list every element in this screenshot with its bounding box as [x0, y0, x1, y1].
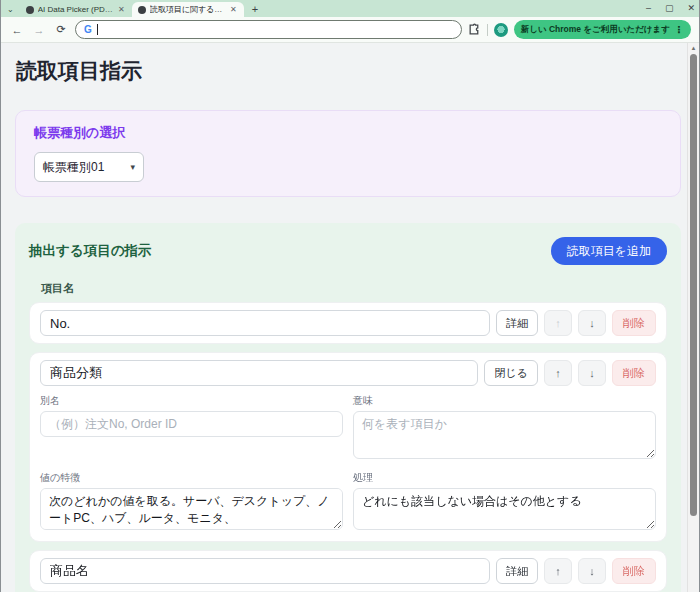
forward-icon[interactable]: → — [31, 24, 47, 36]
page-content: 読取項目指示 帳票種別の選択 帳票種別01 ▾ 抽出する項目の指示 読取項目を追… — [1, 43, 699, 592]
tab-search-chevron-icon[interactable]: ⌄ — [5, 5, 20, 17]
item-row: 詳細 ↑ ↓ 削除 — [40, 558, 656, 584]
close-window-button[interactable]: ✕ — [687, 4, 695, 13]
tab-strip: ⌄ AI Data Picker (PDF/画像プレビ ✕ 読取項目に関する指示… — [1, 0, 699, 17]
text-caret — [97, 24, 98, 35]
tab-close-icon[interactable]: ✕ — [229, 5, 238, 14]
browser-window: ⌄ AI Data Picker (PDF/画像プレビ ✕ 読取項目に関する指示… — [0, 0, 700, 592]
extraction-section-header: 抽出する項目の指示 読取項目を追加 — [29, 237, 667, 265]
extraction-heading: 抽出する項目の指示 — [29, 242, 151, 260]
toolbar-right-tools: 新しい Chrome をご利用いただけます ⋮ — [468, 20, 691, 39]
move-up-button[interactable]: ↑ — [544, 558, 572, 584]
form-type-select[interactable]: 帳票種別01 ▾ — [34, 152, 144, 182]
tab-title: 読取項目に関する指示 — [150, 4, 225, 15]
move-down-button[interactable]: ↓ — [578, 558, 606, 584]
delete-button[interactable]: 削除 — [612, 360, 656, 386]
maximize-button[interactable]: ▢ — [665, 4, 674, 13]
minimize-button[interactable]: – — [646, 4, 651, 13]
browser-toolbar: ← → ⟳ G 新しい Chrome をご利用いただけます ⋮ — [1, 17, 699, 43]
move-up-button[interactable]: ↑ — [544, 310, 572, 336]
tab-close-icon[interactable]: ✕ — [117, 5, 126, 14]
item-name-input[interactable] — [40, 310, 490, 336]
alias-field-group: 別名 — [40, 394, 343, 463]
address-bar[interactable]: G — [75, 20, 462, 39]
alias-label: 別名 — [40, 394, 343, 408]
back-icon[interactable]: ← — [9, 24, 25, 36]
item-name-input[interactable] — [40, 360, 478, 386]
tab-favicon-icon — [138, 6, 146, 14]
details-button[interactable]: 詳細 — [496, 558, 538, 584]
meaning-textarea[interactable] — [353, 411, 656, 459]
toolbar-divider — [487, 24, 488, 36]
google-logo-icon: G — [84, 25, 92, 35]
tab-ai-data-picker[interactable]: AI Data Picker (PDF/画像プレビ ✕ — [20, 2, 132, 17]
item-card-product-category: 閉じる ↑ ↓ 削除 別名 意味 値の特徴 次 — [29, 352, 667, 542]
tab-title: AI Data Picker (PDF/画像プレビ — [38, 4, 113, 15]
delete-button[interactable]: 削除 — [612, 558, 656, 584]
move-down-button[interactable]: ↓ — [578, 360, 606, 386]
scrollbar-thumb[interactable] — [690, 54, 697, 516]
item-row: 閉じる ↑ ↓ 削除 — [40, 360, 656, 386]
form-type-select-value: 帳票種別01 — [43, 159, 104, 176]
page-scrollbar[interactable]: ▲ — [687, 43, 699, 592]
processing-field-group: 処理 どれにも該当しない場合はその他とする — [353, 471, 656, 534]
form-type-section: 帳票種別の選択 帳票種別01 ▾ — [15, 110, 681, 197]
scrollbar-up-arrow-icon[interactable]: ▲ — [688, 43, 699, 53]
delete-button[interactable]: 削除 — [612, 310, 656, 336]
item-name-column-label: 項目名 — [41, 281, 667, 296]
item-row: 詳細 ↑ ↓ 削除 — [40, 310, 656, 336]
value-trait-textarea[interactable]: 次のどれかの値を取る。サーバ、デスクトップ、ノートPC、ハブ、ルータ、モニタ、 — [40, 488, 343, 530]
extensions-icon[interactable] — [468, 23, 481, 36]
details-button[interactable]: 詳細 — [496, 310, 538, 336]
chevron-down-icon: ▾ — [130, 162, 135, 172]
item-name-input[interactable] — [40, 558, 490, 584]
profile-avatar[interactable] — [494, 23, 508, 37]
chrome-update-chip[interactable]: 新しい Chrome をご利用いただけます ⋮ — [514, 20, 691, 39]
extraction-items-section: 抽出する項目の指示 読取項目を追加 項目名 詳細 ↑ ↓ 削除 閉じる — [15, 223, 681, 592]
value-trait-field-group: 値の特徴 次のどれかの値を取る。サーバ、デスクトップ、ノートPC、ハブ、ルータ、… — [40, 471, 343, 534]
value-trait-label: 値の特徴 — [40, 471, 343, 485]
add-item-button[interactable]: 読取項目を追加 — [551, 237, 667, 265]
move-up-button[interactable]: ↑ — [544, 360, 572, 386]
processing-textarea[interactable]: どれにも該当しない場合はその他とする — [353, 488, 656, 530]
tab-favicon-icon — [26, 6, 34, 14]
alias-input[interactable] — [40, 411, 343, 437]
page-title: 読取項目指示 — [16, 58, 687, 84]
processing-label: 処理 — [353, 471, 656, 485]
item-card-product-name: 詳細 ↑ ↓ 削除 — [29, 550, 667, 592]
browser-menu-icon[interactable]: ⋮ — [674, 24, 684, 35]
move-down-button[interactable]: ↓ — [578, 310, 606, 336]
item-details-panel: 別名 意味 値の特徴 次のどれかの値を取る。サーバ、デスクトップ、ノートPC、ハ… — [40, 394, 656, 534]
form-type-heading: 帳票種別の選択 — [34, 125, 662, 140]
reload-icon[interactable]: ⟳ — [53, 23, 69, 36]
chrome-update-label: 新しい Chrome をご利用いただけます — [521, 24, 670, 36]
close-details-button[interactable]: 閉じる — [484, 360, 538, 386]
window-controls: – ▢ ✕ — [646, 0, 695, 17]
meaning-label: 意味 — [353, 394, 656, 408]
item-card-no: 詳細 ↑ ↓ 削除 — [29, 302, 667, 344]
meaning-field-group: 意味 — [353, 394, 656, 463]
new-tab-button[interactable]: + — [244, 3, 266, 17]
tab-reading-item-instructions[interactable]: 読取項目に関する指示 ✕ — [132, 2, 244, 17]
